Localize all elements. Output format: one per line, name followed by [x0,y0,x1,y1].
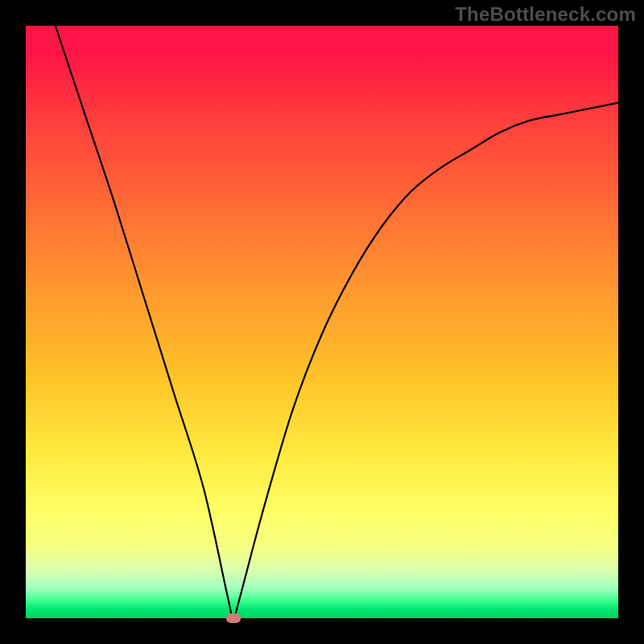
watermark-text: TheBottleneck.com [455,3,636,26]
optimal-marker [226,613,241,623]
plot-area [26,26,618,618]
chart-frame: TheBottleneck.com [0,0,644,644]
bottleneck-curve [56,26,618,618]
curve-layer [26,26,618,618]
